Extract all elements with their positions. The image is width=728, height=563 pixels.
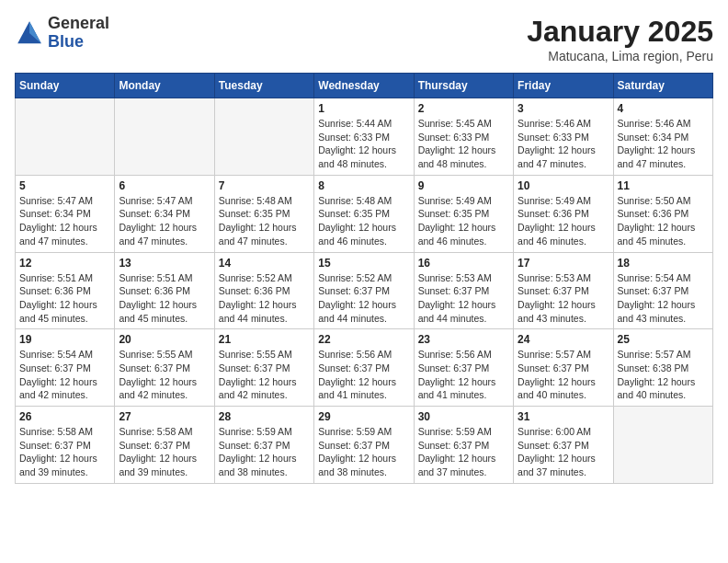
logo-blue: Blue [48,32,84,51]
calendar-day-cell: 14Sunrise: 5:52 AMSunset: 6:36 PMDayligh… [214,252,313,329]
weekday-header: Friday [514,74,613,98]
day-detail: Sunrise: 5:47 AMSunset: 6:34 PMDaylight:… [19,194,110,248]
day-number: 30 [418,410,509,423]
calendar-day-cell: 30Sunrise: 5:59 AMSunset: 6:37 PMDayligh… [414,407,513,484]
logo: General Blue [15,15,109,52]
day-number: 24 [518,333,609,346]
day-detail: Sunrise: 5:59 AMSunset: 6:37 PMDaylight:… [318,425,409,479]
calendar-day-cell: 4Sunrise: 5:46 AMSunset: 6:34 PMDaylight… [613,98,712,176]
calendar-day-cell: 2Sunrise: 5:45 AMSunset: 6:33 PMDaylight… [414,98,513,176]
weekday-header: Saturday [613,74,712,98]
location: Matucana, Lima region, Peru [527,49,713,63]
calendar-week-row: 5Sunrise: 5:47 AMSunset: 6:34 PMDaylight… [16,175,713,252]
day-number: 18 [618,257,709,270]
day-detail: Sunrise: 6:00 AMSunset: 6:37 PMDaylight:… [518,425,609,479]
day-number: 7 [219,179,310,192]
day-detail: Sunrise: 5:53 AMSunset: 6:37 PMDaylight:… [518,271,609,326]
day-number: 8 [318,179,409,192]
day-detail: Sunrise: 5:56 AMSunset: 6:37 PMDaylight:… [418,348,509,402]
logo-general: General [48,14,109,32]
day-number: 27 [119,410,210,423]
calendar-day-cell: 27Sunrise: 5:58 AMSunset: 6:37 PMDayligh… [115,407,214,484]
day-number: 21 [219,333,310,346]
day-number: 31 [518,410,609,423]
day-detail: Sunrise: 5:57 AMSunset: 6:38 PMDaylight:… [618,348,709,402]
day-number: 14 [219,257,310,270]
calendar-day-cell [613,407,712,484]
day-number: 13 [119,257,210,270]
day-detail: Sunrise: 5:59 AMSunset: 6:37 PMDaylight:… [418,425,509,479]
day-number: 23 [418,333,509,346]
day-number: 29 [318,410,409,423]
calendar-day-cell: 7Sunrise: 5:48 AMSunset: 6:35 PMDaylight… [214,175,313,252]
weekday-header: Monday [115,74,214,98]
day-number: 15 [318,257,409,270]
calendar-day-cell: 26Sunrise: 5:58 AMSunset: 6:37 PMDayligh… [16,407,115,484]
calendar-day-cell: 22Sunrise: 5:56 AMSunset: 6:37 PMDayligh… [314,329,414,407]
logo-icon [15,18,44,48]
day-detail: Sunrise: 5:55 AMSunset: 6:37 PMDaylight:… [219,348,310,402]
day-number: 25 [618,333,709,346]
day-detail: Sunrise: 5:46 AMSunset: 6:34 PMDaylight:… [618,117,709,171]
calendar-day-cell: 9Sunrise: 5:49 AMSunset: 6:35 PMDaylight… [414,175,513,252]
day-detail: Sunrise: 5:47 AMSunset: 6:34 PMDaylight:… [119,194,210,248]
day-detail: Sunrise: 5:58 AMSunset: 6:37 PMDaylight:… [119,425,210,479]
day-detail: Sunrise: 5:55 AMSunset: 6:37 PMDaylight:… [119,348,210,402]
day-detail: Sunrise: 5:52 AMSunset: 6:36 PMDaylight:… [219,271,310,326]
day-number: 28 [219,410,310,423]
weekday-header: Wednesday [314,74,414,98]
calendar-day-cell: 21Sunrise: 5:55 AMSunset: 6:37 PMDayligh… [214,329,313,407]
day-number: 1 [318,102,409,115]
calendar-week-row: 1Sunrise: 5:44 AMSunset: 6:33 PMDaylight… [16,98,713,176]
day-detail: Sunrise: 5:46 AMSunset: 6:33 PMDaylight:… [518,117,609,171]
calendar-day-cell [16,98,115,176]
calendar-day-cell: 10Sunrise: 5:49 AMSunset: 6:36 PMDayligh… [514,175,613,252]
day-number: 16 [418,257,509,270]
day-detail: Sunrise: 5:54 AMSunset: 6:37 PMDaylight:… [19,348,110,402]
page-header: General Blue January 2025 Matucana, Lima… [15,15,713,63]
day-detail: Sunrise: 5:58 AMSunset: 6:37 PMDaylight:… [19,425,110,479]
calendar-header-row: SundayMondayTuesdayWednesdayThursdayFrid… [16,74,713,98]
calendar-day-cell: 8Sunrise: 5:48 AMSunset: 6:35 PMDaylight… [314,175,414,252]
calendar-day-cell: 29Sunrise: 5:59 AMSunset: 6:37 PMDayligh… [314,407,414,484]
day-detail: Sunrise: 5:57 AMSunset: 6:37 PMDaylight:… [518,348,609,402]
calendar-day-cell: 1Sunrise: 5:44 AMSunset: 6:33 PMDaylight… [314,98,414,176]
day-number: 26 [19,410,110,423]
weekday-header: Tuesday [214,74,313,98]
weekday-header: Sunday [16,74,115,98]
day-number: 22 [318,333,409,346]
day-number: 5 [19,179,110,192]
day-number: 4 [618,102,709,115]
day-detail: Sunrise: 5:59 AMSunset: 6:37 PMDaylight:… [219,425,310,479]
day-detail: Sunrise: 5:52 AMSunset: 6:37 PMDaylight:… [318,271,409,326]
day-detail: Sunrise: 5:51 AMSunset: 6:36 PMDaylight:… [119,271,210,326]
day-number: 9 [418,179,509,192]
day-detail: Sunrise: 5:48 AMSunset: 6:35 PMDaylight:… [318,194,409,248]
calendar-day-cell: 6Sunrise: 5:47 AMSunset: 6:34 PMDaylight… [115,175,214,252]
calendar-day-cell: 17Sunrise: 5:53 AMSunset: 6:37 PMDayligh… [514,252,613,329]
calendar-day-cell: 28Sunrise: 5:59 AMSunset: 6:37 PMDayligh… [214,407,313,484]
day-detail: Sunrise: 5:44 AMSunset: 6:33 PMDaylight:… [318,117,409,171]
day-number: 6 [119,179,210,192]
day-number: 12 [19,257,110,270]
calendar-day-cell: 3Sunrise: 5:46 AMSunset: 6:33 PMDaylight… [514,98,613,176]
day-detail: Sunrise: 5:56 AMSunset: 6:37 PMDaylight:… [318,348,409,402]
day-detail: Sunrise: 5:45 AMSunset: 6:33 PMDaylight:… [418,117,509,171]
day-detail: Sunrise: 5:50 AMSunset: 6:36 PMDaylight:… [618,194,709,248]
calendar-day-cell: 24Sunrise: 5:57 AMSunset: 6:37 PMDayligh… [514,329,613,407]
calendar-day-cell: 12Sunrise: 5:51 AMSunset: 6:36 PMDayligh… [16,252,115,329]
calendar-day-cell [115,98,214,176]
day-number: 3 [518,102,609,115]
calendar-week-row: 19Sunrise: 5:54 AMSunset: 6:37 PMDayligh… [16,329,713,407]
calendar-day-cell: 13Sunrise: 5:51 AMSunset: 6:36 PMDayligh… [115,252,214,329]
day-number: 2 [418,102,509,115]
calendar-week-row: 12Sunrise: 5:51 AMSunset: 6:36 PMDayligh… [16,252,713,329]
calendar-day-cell: 11Sunrise: 5:50 AMSunset: 6:36 PMDayligh… [613,175,712,252]
day-number: 10 [518,179,609,192]
month-title: January 2025 [527,15,713,49]
day-number: 17 [518,257,609,270]
calendar-day-cell: 16Sunrise: 5:53 AMSunset: 6:37 PMDayligh… [414,252,513,329]
calendar-day-cell: 31Sunrise: 6:00 AMSunset: 6:37 PMDayligh… [514,407,613,484]
calendar-day-cell: 23Sunrise: 5:56 AMSunset: 6:37 PMDayligh… [414,329,513,407]
calendar-day-cell: 20Sunrise: 5:55 AMSunset: 6:37 PMDayligh… [115,329,214,407]
